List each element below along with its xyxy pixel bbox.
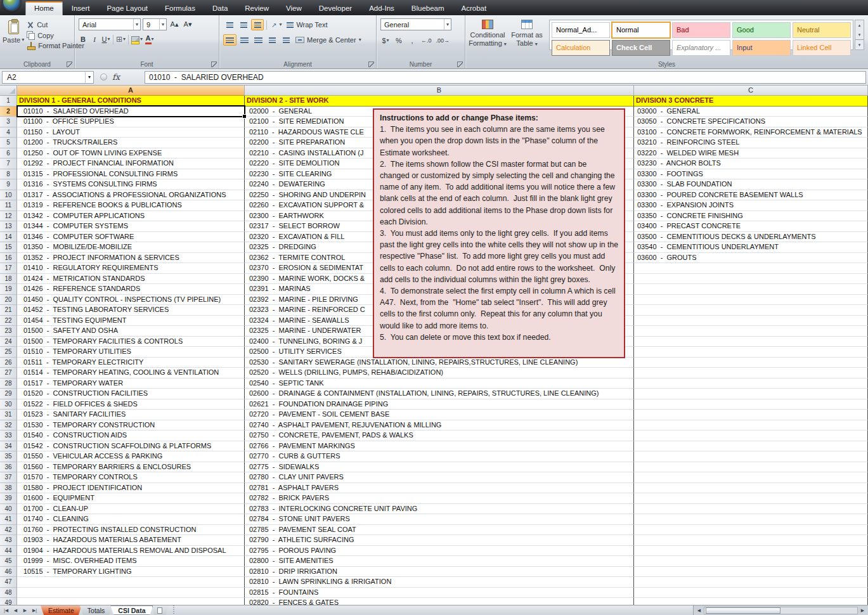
gallery-up-button[interactable]: ▴ <box>855 20 864 30</box>
cell-style-normal[interactable]: Normal <box>612 22 670 38</box>
row-header-45[interactable]: 45 <box>0 556 17 567</box>
row-header-23[interactable]: 23 <box>0 326 17 337</box>
ribbon-tab-formulas[interactable]: Formulas <box>157 2 204 15</box>
column-header-B[interactable]: B <box>245 86 634 96</box>
row-header-6[interactable]: 6 <box>0 148 17 159</box>
row-header-36[interactable]: 36 <box>0 462 17 473</box>
cell-B44[interactable]: 02795 - POROUS PAVING <box>245 546 634 557</box>
cell-C41[interactable] <box>634 514 868 525</box>
scrollbar-track[interactable] <box>704 607 858 614</box>
row-header-2[interactable]: 2 <box>0 107 17 117</box>
row-header-12[interactable]: 12 <box>0 211 17 222</box>
percent-style-button[interactable]: % <box>393 35 405 46</box>
horizontal-scrollbar[interactable]: ◀ ▶ <box>693 605 868 615</box>
cell-C32[interactable] <box>634 420 868 431</box>
align-bottom-button[interactable] <box>251 19 264 30</box>
underline-button[interactable]: U▾ <box>100 34 112 45</box>
cell-B42[interactable]: 02785 - PAVEMENT SEAL COAT <box>245 525 634 536</box>
cell-C29[interactable] <box>634 389 868 399</box>
row-header-17[interactable]: 17 <box>0 263 17 274</box>
cell-A38[interactable]: 01580 - PROJECT IDENTIFICATION <box>17 483 245 494</box>
cell-C30[interactable] <box>634 399 868 410</box>
cell-C9[interactable]: 03300 - SLAB FOUNDATION <box>634 179 868 190</box>
cell-A35[interactable]: 01550 - VEHICULAR ACCESS & PARKING <box>17 451 245 462</box>
cell-B46[interactable]: 02810 - DRIP IRRIGATION <box>245 567 634 578</box>
orientation-button[interactable]: ↗▾ <box>269 19 283 30</box>
cell-A3[interactable]: 01100 - OFFICE SUPPLIES <box>17 117 245 127</box>
cell-C42[interactable] <box>634 525 868 536</box>
cell-A25[interactable]: 01510 - TEMPORARY UTILITIES <box>17 347 245 358</box>
cell-B39[interactable]: 02782 - BRICK PAVERS <box>245 493 634 504</box>
align-right-button[interactable] <box>252 34 264 46</box>
cell-style-normal-ad[interactable]: Normal_Ad... <box>552 22 610 38</box>
cell-C49[interactable] <box>634 598 868 605</box>
cell-B35[interactable]: 02770 - CURB & GUTTERS <box>245 451 634 462</box>
cell-B32[interactable]: 02740 - ASPHALT PAVEMENT, REJUVENATION &… <box>245 420 634 431</box>
cell-C12[interactable]: 03350 - CONCRETE FINISHING <box>634 211 868 222</box>
tab-split-handle[interactable] <box>171 605 176 615</box>
row-header-47[interactable]: 47 <box>0 577 17 588</box>
cell-style-calculation[interactable]: Calculation <box>552 40 610 56</box>
cell-C23[interactable] <box>634 326 868 337</box>
instructions-textbox[interactable]: Instructions to add or change Phase item… <box>373 108 625 358</box>
font-name-select[interactable]: Arial▾ <box>79 18 141 30</box>
last-sheet-button[interactable]: ▶| <box>30 608 39 613</box>
row-header-32[interactable]: 32 <box>0 420 17 431</box>
number-dialog-launcher-icon[interactable] <box>457 62 463 67</box>
font-dialog-launcher-icon[interactable] <box>211 62 217 67</box>
row-header-1[interactable]: 1 <box>0 96 17 107</box>
cell-C34[interactable] <box>634 441 868 452</box>
align-left-button[interactable] <box>223 34 236 46</box>
cell-A49[interactable] <box>17 598 245 605</box>
cell-A46[interactable]: 10515 - TEMPORARY LIGHTING <box>17 567 245 578</box>
row-header-21[interactable]: 21 <box>0 305 17 316</box>
scrollbar-thumb[interactable] <box>706 607 781 614</box>
cell-C31[interactable] <box>634 410 868 420</box>
row-header-3[interactable]: 3 <box>0 117 17 127</box>
row-header-26[interactable]: 26 <box>0 358 17 368</box>
column-header-C[interactable]: C <box>634 86 868 96</box>
cell-B47[interactable]: 02810 - LAWN SPRINKLING & IRRIGATION <box>245 577 634 588</box>
cell-C37[interactable] <box>634 472 868 483</box>
cell-C36[interactable] <box>634 462 868 473</box>
cell-A34[interactable]: 01542 - CONSTRUCTION SCAFFOLDING & PLATF… <box>17 441 245 452</box>
cell-B43[interactable]: 02790 - ATHLETIC SURFACING <box>245 535 634 546</box>
row-header-19[interactable]: 19 <box>0 284 17 295</box>
row-header-22[interactable]: 22 <box>0 316 17 327</box>
cell-A47[interactable] <box>17 577 245 588</box>
cell-C24[interactable] <box>634 337 868 347</box>
cell-B34[interactable]: 02766 - PAVEMENT MARKINGS <box>245 441 634 452</box>
row-header-9[interactable]: 9 <box>0 179 17 190</box>
cell-A37[interactable]: 01570 - TEMPORARY CONTROLS <box>17 472 245 483</box>
cell-B36[interactable]: 02775 - SIDEWALKS <box>245 462 634 473</box>
alignment-dialog-launcher-icon[interactable] <box>368 62 374 67</box>
cell-C35[interactable] <box>634 451 868 462</box>
cell-C1[interactable]: DIVISION 3 CONCRETE <box>634 96 868 107</box>
cell-C2[interactable]: 03000 - GENERAL <box>634 107 868 117</box>
cell-A32[interactable]: 01530 - TEMPORARY CONSTRUCTION <box>17 420 245 431</box>
cell-C27[interactable] <box>634 368 868 379</box>
row-header-29[interactable]: 29 <box>0 389 17 399</box>
cell-B48[interactable]: 02815 - FOUNTAINS <box>245 588 634 599</box>
cell-B29[interactable]: 02600 - DRAINAGE & CONTAINMENT (INSTALLA… <box>245 389 634 399</box>
conditional-formatting-button[interactable]: Conditional Formatting ▾ <box>468 17 507 60</box>
cell-A30[interactable]: 01522 - FIELD OFFICES & SHEDS <box>17 399 245 410</box>
formula-input[interactable]: 01010 - SALARIED OVERHEAD <box>145 71 866 84</box>
cell-A19[interactable]: 01426 - REFERENCE STANDARDS <box>17 284 245 295</box>
italic-button[interactable]: I <box>89 34 100 45</box>
cell-C19[interactable] <box>634 284 868 295</box>
row-header-42[interactable]: 42 <box>0 525 17 536</box>
cell-C45[interactable] <box>634 556 868 567</box>
cell-A44[interactable]: 01904 - HAZARDOUS MATERIALS REMOVAL AND … <box>17 546 245 557</box>
cell-style-neutral[interactable]: Neutral <box>793 22 851 38</box>
cell-A45[interactable]: 01999 - MISC. OVERHEAD ITEMS <box>17 556 245 567</box>
row-header-38[interactable]: 38 <box>0 483 17 494</box>
row-header-31[interactable]: 31 <box>0 410 17 420</box>
cell-C21[interactable] <box>634 305 868 316</box>
cell-A29[interactable]: 01520 - CONSTRUCTION FACILITIES <box>17 389 245 399</box>
office-button[interactable] <box>2 0 21 11</box>
row-header-24[interactable]: 24 <box>0 337 17 347</box>
insert-function-button[interactable]: fx <box>94 72 145 82</box>
cell-C14[interactable]: 03500 - CEMENTITIOUS DECKS & UNDERLAYMEN… <box>634 232 868 243</box>
cell-C38[interactable] <box>634 483 868 494</box>
